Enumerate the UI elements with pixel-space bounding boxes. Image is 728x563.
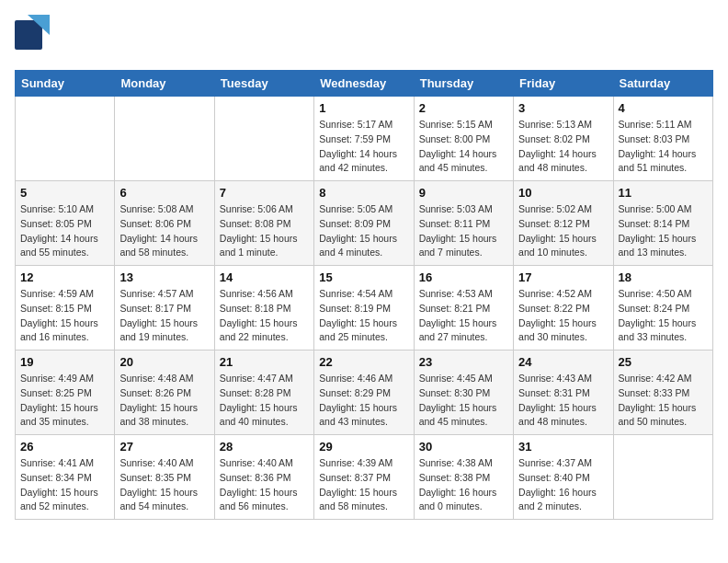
logo-icon: [15, 15, 50, 59]
day-number: 18: [619, 270, 708, 284]
calendar-cell: 15Sunrise: 4:54 AMSunset: 8:19 PMDayligh…: [314, 266, 414, 350]
calendar-cell: 6Sunrise: 5:08 AMSunset: 8:06 PMDaylight…: [115, 181, 214, 266]
calendar-cell: 28Sunrise: 4:40 AMSunset: 8:36 PMDayligh…: [214, 435, 313, 520]
calendar-cell: 18Sunrise: 4:50 AMSunset: 8:24 PMDayligh…: [613, 266, 712, 350]
calendar-cell: [16, 97, 115, 181]
day-number: 30: [419, 440, 508, 454]
day-info: Sunrise: 5:11 AMSunset: 8:03 PMDaylight:…: [619, 118, 708, 176]
calendar-cell: 25Sunrise: 4:42 AMSunset: 8:33 PMDayligh…: [613, 350, 712, 435]
week-row-3: 12Sunrise: 4:59 AMSunset: 8:15 PMDayligh…: [16, 266, 713, 350]
day-number: 9: [419, 186, 508, 200]
day-info: Sunrise: 5:08 AMSunset: 8:06 PMDaylight:…: [119, 202, 209, 260]
weekday-header-wednesday: Wednesday: [314, 71, 414, 97]
day-info: Sunrise: 4:41 AMSunset: 8:34 PMDaylight:…: [20, 456, 109, 514]
day-info: Sunrise: 4:53 AMSunset: 8:21 PMDaylight:…: [419, 287, 508, 345]
calendar-cell: 17Sunrise: 4:52 AMSunset: 8:22 PMDayligh…: [514, 266, 613, 350]
day-number: 29: [319, 440, 408, 454]
calendar-cell: 30Sunrise: 4:38 AMSunset: 8:38 PMDayligh…: [414, 435, 513, 520]
calendar-cell: 19Sunrise: 4:49 AMSunset: 8:25 PMDayligh…: [16, 350, 115, 435]
day-info: Sunrise: 4:47 AMSunset: 8:28 PMDaylight:…: [220, 372, 309, 430]
day-number: 23: [419, 355, 508, 369]
day-info: Sunrise: 4:37 AMSunset: 8:40 PMDaylight:…: [518, 456, 608, 514]
day-info: Sunrise: 5:02 AMSunset: 8:12 PMDaylight:…: [518, 202, 608, 260]
day-number: 4: [619, 101, 708, 115]
weekday-header-friday: Friday: [514, 71, 613, 97]
day-info: Sunrise: 4:50 AMSunset: 8:24 PMDaylight:…: [619, 287, 708, 345]
day-number: 2: [419, 101, 508, 115]
day-info: Sunrise: 4:40 AMSunset: 8:36 PMDaylight:…: [220, 456, 309, 514]
calendar-cell: 27Sunrise: 4:40 AMSunset: 8:35 PMDayligh…: [115, 435, 214, 520]
day-number: 26: [20, 440, 109, 454]
calendar-cell: 4Sunrise: 5:11 AMSunset: 8:03 PMDaylight…: [613, 97, 712, 181]
day-info: Sunrise: 4:48 AMSunset: 8:26 PMDaylight:…: [119, 372, 209, 430]
calendar-cell: 21Sunrise: 4:47 AMSunset: 8:28 PMDayligh…: [214, 350, 313, 435]
page-header: [15, 15, 713, 59]
day-info: Sunrise: 4:42 AMSunset: 8:33 PMDaylight:…: [619, 372, 708, 430]
calendar-cell: 12Sunrise: 4:59 AMSunset: 8:15 PMDayligh…: [16, 266, 115, 350]
logo: [15, 15, 53, 59]
day-number: 6: [119, 186, 209, 200]
week-row-4: 19Sunrise: 4:49 AMSunset: 8:25 PMDayligh…: [16, 350, 713, 435]
day-info: Sunrise: 5:10 AMSunset: 8:05 PMDaylight:…: [20, 202, 109, 260]
day-info: Sunrise: 5:05 AMSunset: 8:09 PMDaylight:…: [319, 202, 408, 260]
weekday-header-row: SundayMondayTuesdayWednesdayThursdayFrid…: [16, 71, 713, 97]
day-info: Sunrise: 5:03 AMSunset: 8:11 PMDaylight:…: [419, 202, 508, 260]
week-row-5: 26Sunrise: 4:41 AMSunset: 8:34 PMDayligh…: [16, 435, 713, 520]
day-info: Sunrise: 4:57 AMSunset: 8:17 PMDaylight:…: [119, 287, 209, 345]
calendar-cell: 22Sunrise: 4:46 AMSunset: 8:29 PMDayligh…: [314, 350, 414, 435]
day-number: 11: [619, 186, 708, 200]
day-number: 16: [419, 270, 508, 284]
calendar-cell: 9Sunrise: 5:03 AMSunset: 8:11 PMDaylight…: [414, 181, 513, 266]
calendar-cell: [613, 435, 712, 520]
day-info: Sunrise: 4:38 AMSunset: 8:38 PMDaylight:…: [419, 456, 508, 514]
calendar-cell: [115, 97, 214, 181]
calendar-cell: 1Sunrise: 5:17 AMSunset: 7:59 PMDaylight…: [314, 97, 414, 181]
day-number: 12: [20, 270, 109, 284]
calendar-cell: 24Sunrise: 4:43 AMSunset: 8:31 PMDayligh…: [514, 350, 613, 435]
weekday-header-sunday: Sunday: [16, 71, 115, 97]
calendar-cell: [214, 97, 313, 181]
weekday-header-tuesday: Tuesday: [214, 71, 313, 97]
day-info: Sunrise: 4:49 AMSunset: 8:25 PMDaylight:…: [20, 372, 109, 430]
calendar-cell: 3Sunrise: 5:13 AMSunset: 8:02 PMDaylight…: [514, 97, 613, 181]
day-info: Sunrise: 5:00 AMSunset: 8:14 PMDaylight:…: [619, 202, 708, 260]
day-info: Sunrise: 4:46 AMSunset: 8:29 PMDaylight:…: [319, 372, 408, 430]
day-number: 1: [319, 101, 408, 115]
day-info: Sunrise: 4:59 AMSunset: 8:15 PMDaylight:…: [20, 287, 109, 345]
calendar-table: SundayMondayTuesdayWednesdayThursdayFrid…: [15, 70, 713, 520]
calendar-cell: 5Sunrise: 5:10 AMSunset: 8:05 PMDaylight…: [16, 181, 115, 266]
day-number: 27: [119, 440, 209, 454]
calendar-cell: 23Sunrise: 4:45 AMSunset: 8:30 PMDayligh…: [414, 350, 513, 435]
day-number: 20: [119, 355, 209, 369]
day-number: 7: [220, 186, 309, 200]
day-number: 19: [20, 355, 109, 369]
day-info: Sunrise: 4:56 AMSunset: 8:18 PMDaylight:…: [220, 287, 309, 345]
calendar-cell: 13Sunrise: 4:57 AMSunset: 8:17 PMDayligh…: [115, 266, 214, 350]
day-info: Sunrise: 4:54 AMSunset: 8:19 PMDaylight:…: [319, 287, 408, 345]
weekday-header-saturday: Saturday: [613, 71, 712, 97]
calendar-cell: 20Sunrise: 4:48 AMSunset: 8:26 PMDayligh…: [115, 350, 214, 435]
week-row-2: 5Sunrise: 5:10 AMSunset: 8:05 PMDaylight…: [16, 181, 713, 266]
week-row-1: 1Sunrise: 5:17 AMSunset: 7:59 PMDaylight…: [16, 97, 713, 181]
day-number: 17: [518, 270, 608, 284]
day-number: 14: [220, 270, 309, 284]
day-number: 25: [619, 355, 708, 369]
day-number: 28: [220, 440, 309, 454]
calendar-cell: 29Sunrise: 4:39 AMSunset: 8:37 PMDayligh…: [314, 435, 414, 520]
calendar-cell: 8Sunrise: 5:05 AMSunset: 8:09 PMDaylight…: [314, 181, 414, 266]
day-info: Sunrise: 4:52 AMSunset: 8:22 PMDaylight:…: [518, 287, 608, 345]
day-info: Sunrise: 4:45 AMSunset: 8:30 PMDaylight:…: [419, 372, 508, 430]
day-info: Sunrise: 4:43 AMSunset: 8:31 PMDaylight:…: [518, 372, 608, 430]
day-info: Sunrise: 5:06 AMSunset: 8:08 PMDaylight:…: [220, 202, 309, 260]
calendar-cell: 11Sunrise: 5:00 AMSunset: 8:14 PMDayligh…: [613, 181, 712, 266]
day-number: 21: [220, 355, 309, 369]
day-info: Sunrise: 4:40 AMSunset: 8:35 PMDaylight:…: [119, 456, 209, 514]
calendar-cell: 7Sunrise: 5:06 AMSunset: 8:08 PMDaylight…: [214, 181, 313, 266]
day-number: 13: [119, 270, 209, 284]
calendar-cell: 10Sunrise: 5:02 AMSunset: 8:12 PMDayligh…: [514, 181, 613, 266]
day-number: 5: [20, 186, 109, 200]
weekday-header-thursday: Thursday: [414, 71, 513, 97]
calendar-cell: 16Sunrise: 4:53 AMSunset: 8:21 PMDayligh…: [414, 266, 513, 350]
day-number: 22: [319, 355, 408, 369]
day-info: Sunrise: 5:17 AMSunset: 7:59 PMDaylight:…: [319, 118, 408, 176]
